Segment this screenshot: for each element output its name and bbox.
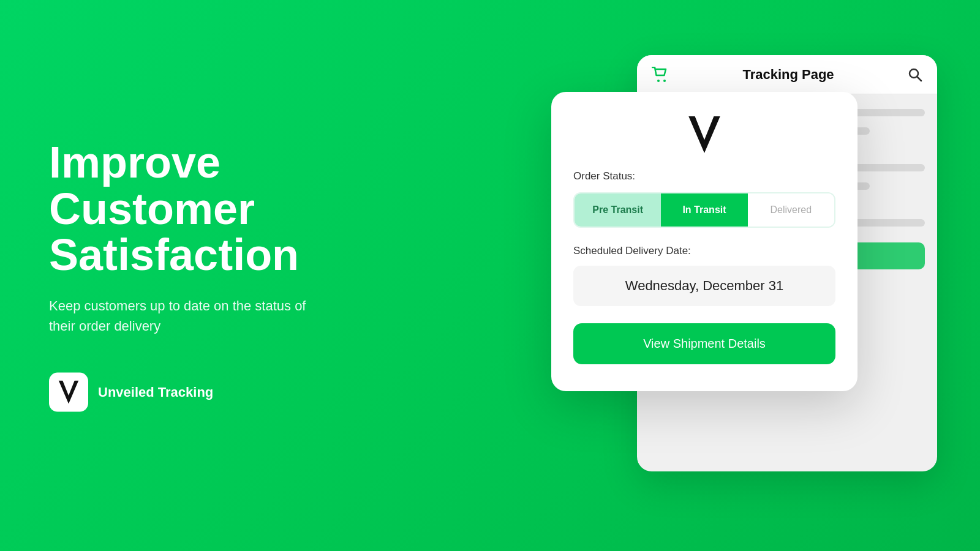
right-section: Tracking Page Order Status: Pr bbox=[612, 55, 943, 496]
delivery-date-box: Wednesday, December 31 bbox=[573, 266, 835, 306]
order-status-label: Order Status: bbox=[573, 170, 835, 182]
svg-line-4 bbox=[918, 77, 922, 81]
brand-row: Unveiled Tracking bbox=[49, 372, 368, 411]
svg-point-1 bbox=[657, 80, 660, 82]
tab-pre-transit[interactable]: Pre Transit bbox=[575, 193, 661, 227]
status-tabs: Pre Transit In Transit Delivered bbox=[573, 192, 835, 228]
svg-marker-0 bbox=[59, 380, 79, 403]
card-v-logo-icon bbox=[686, 116, 723, 153]
tab-delivered[interactable]: Delivered bbox=[748, 193, 834, 227]
brand-v-icon bbox=[57, 380, 80, 403]
tab-in-transit[interactable]: In Transit bbox=[661, 193, 747, 227]
cart-icon bbox=[652, 67, 669, 83]
brand-name: Unveiled Tracking bbox=[98, 384, 213, 400]
tracking-card: Order Status: Pre Transit In Transit Del… bbox=[551, 92, 858, 391]
tracking-page-title: Tracking Page bbox=[742, 67, 834, 83]
tracking-page-header: Tracking Page bbox=[637, 55, 937, 94]
view-shipment-button[interactable]: View Shipment Details bbox=[573, 323, 835, 364]
brand-logo-box bbox=[49, 372, 88, 411]
delivery-date-label: Scheduled Delivery Date: bbox=[573, 245, 835, 257]
card-logo bbox=[573, 116, 835, 153]
main-headline: Improve Customer Satisfaction bbox=[49, 140, 368, 279]
left-section: Improve Customer Satisfaction Keep custo… bbox=[49, 140, 368, 412]
svg-marker-5 bbox=[688, 116, 720, 153]
svg-point-2 bbox=[663, 80, 666, 82]
search-icon[interactable] bbox=[908, 67, 922, 82]
sub-text: Keep customers up to date on the status … bbox=[49, 295, 312, 335]
